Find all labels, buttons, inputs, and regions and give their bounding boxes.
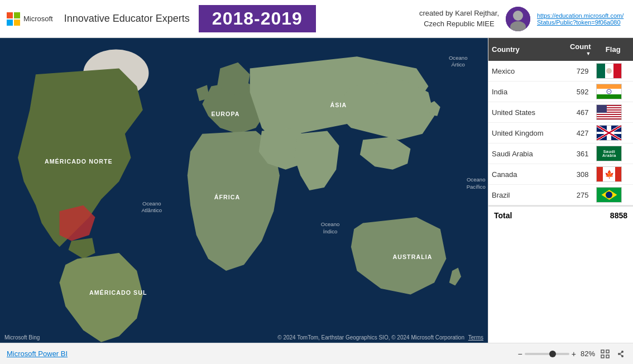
svg-rect-23	[606, 350, 609, 353]
share-icon[interactable]	[615, 348, 626, 360]
zoom-level: 82%	[581, 349, 595, 358]
table-row[interactable]: Brazil275	[488, 185, 633, 205]
footer-right: − + 82%	[518, 348, 626, 360]
svg-text:ÁFRICA: ÁFRICA	[214, 194, 241, 200]
svg-rect-25	[606, 355, 609, 358]
svg-rect-24	[601, 355, 604, 358]
profile-link[interactable]: https://education.microsoft.com/Status/P…	[537, 12, 626, 26]
svg-text:Oceano: Oceano	[449, 55, 468, 61]
svg-rect-22	[601, 350, 604, 353]
ms-icon	[7, 12, 20, 26]
flag-cell	[593, 82, 633, 102]
svg-text:Ártico: Ártico	[451, 61, 464, 68]
flag-cell	[593, 61, 633, 82]
total-value: 8858	[610, 211, 627, 220]
total-row: Total 8858	[488, 205, 633, 224]
data-table: Country Count ▼ Flag Mexico729	[488, 38, 633, 343]
flag-canada: 🍁	[596, 166, 622, 182]
country-cell: Canada	[488, 164, 560, 185]
fullscreen-icon[interactable]	[600, 348, 611, 360]
svg-text:Atlântico: Atlântico	[141, 207, 162, 213]
flag-us	[596, 104, 622, 120]
country-cell: Saudi Arabia	[488, 143, 560, 164]
table-row[interactable]: India592	[488, 82, 633, 102]
svg-text:AMÉRICADO SUL: AMÉRICADO SUL	[89, 289, 147, 296]
svg-text:Oceano: Oceano	[467, 176, 486, 183]
country-cell: Mexico	[488, 61, 560, 82]
count-cell: 467	[560, 102, 593, 123]
svg-text:Pacífico: Pacífico	[467, 184, 486, 190]
ms-name-label: Microsoft	[23, 15, 53, 23]
header: Microsoft Innovative Educator Experts 20…	[0, 0, 633, 38]
zoom-minus[interactable]: −	[518, 349, 522, 358]
table-row[interactable]: Saudi Arabia361 Saudi Arabia	[488, 143, 633, 164]
svg-point-21	[609, 91, 610, 92]
count-cell: 427	[560, 123, 593, 143]
svg-point-19	[606, 68, 612, 74]
table-row[interactable]: United States467	[488, 102, 633, 123]
zoom-plus[interactable]: +	[572, 349, 576, 358]
count-column-header[interactable]: Count ▼	[560, 38, 593, 61]
flag-column-header: Flag	[593, 38, 633, 61]
table-header-row: Country Count ▼ Flag	[488, 38, 633, 61]
table-row[interactable]: United Kingdom427	[488, 123, 633, 143]
count-cell: 308	[560, 164, 593, 185]
country-cell: United Kingdom	[488, 123, 560, 143]
svg-text:AMÉRICADO NORTE: AMÉRICADO NORTE	[45, 158, 113, 165]
avatar	[506, 7, 530, 31]
country-table: Country Count ▼ Flag Mexico729	[488, 38, 633, 205]
terms-link[interactable]: Terms	[468, 334, 483, 341]
sort-arrow: ▼	[564, 51, 591, 56]
zoom-thumb	[549, 351, 556, 357]
map-area[interactable]: AMÉRICADO NORTE EUROPA ÁSIA ÁFRICA AMÉRI…	[0, 38, 488, 343]
iee-label: Innovative Educator Experts	[64, 13, 190, 25]
count-cell: 592	[560, 82, 593, 102]
flag-brazil	[596, 187, 622, 203]
country-cell: India	[488, 82, 560, 102]
svg-text:Oceano: Oceano	[142, 200, 161, 207]
ms-logo: Microsoft	[7, 12, 53, 26]
flag-cell: 🍁	[593, 164, 633, 185]
svg-text:ÁSIA: ÁSIA	[330, 102, 347, 108]
copyright-text: © 2024 TomTom, Earthstar Geographics SIO…	[277, 334, 483, 341]
flag-uk	[596, 125, 622, 141]
header-right: created by Karel Rejthar, Czech Republic…	[419, 7, 626, 31]
svg-text:Índico: Índico	[323, 228, 338, 234]
flag-sa: Saudi Arabia	[596, 146, 622, 161]
flag-cell	[593, 102, 633, 123]
title-band: 2018-2019	[199, 5, 316, 32]
country-cell: United States	[488, 102, 560, 123]
count-cell: 361	[560, 143, 593, 164]
svg-text:Oceano: Oceano	[321, 221, 340, 227]
flag-cell	[593, 185, 633, 205]
powerbi-link[interactable]: Microsoft Power BI	[7, 349, 68, 358]
svg-point-1	[513, 11, 523, 21]
country-column-header[interactable]: Country	[488, 38, 560, 61]
country-cell: Brazil	[488, 185, 560, 205]
flag-cell	[593, 123, 633, 143]
created-by-text: created by Karel Rejthar, Czech Republic…	[419, 8, 499, 28]
table-row[interactable]: Canada308 🍁	[488, 164, 633, 185]
svg-text:AUSTRALIA: AUSTRALIA	[392, 253, 432, 260]
main-content: AMÉRICADO NORTE EUROPA ÁSIA ÁFRICA AMÉRI…	[0, 38, 633, 343]
flag-cell: Saudi Arabia	[593, 143, 633, 164]
count-cell: 275	[560, 185, 593, 205]
flag-india	[596, 84, 622, 99]
table-row[interactable]: Mexico729	[488, 61, 633, 82]
footer: Microsoft Power BI − + 82%	[0, 343, 633, 364]
total-label: Total	[494, 211, 512, 220]
bing-watermark: Microsoft Bing	[4, 334, 40, 341]
zoom-controls: − + 82%	[518, 349, 595, 358]
count-cell: 729	[560, 61, 593, 82]
svg-text:EUROPA: EUROPA	[211, 111, 239, 117]
flag-mexico	[596, 63, 622, 79]
zoom-slider[interactable]	[525, 353, 569, 355]
